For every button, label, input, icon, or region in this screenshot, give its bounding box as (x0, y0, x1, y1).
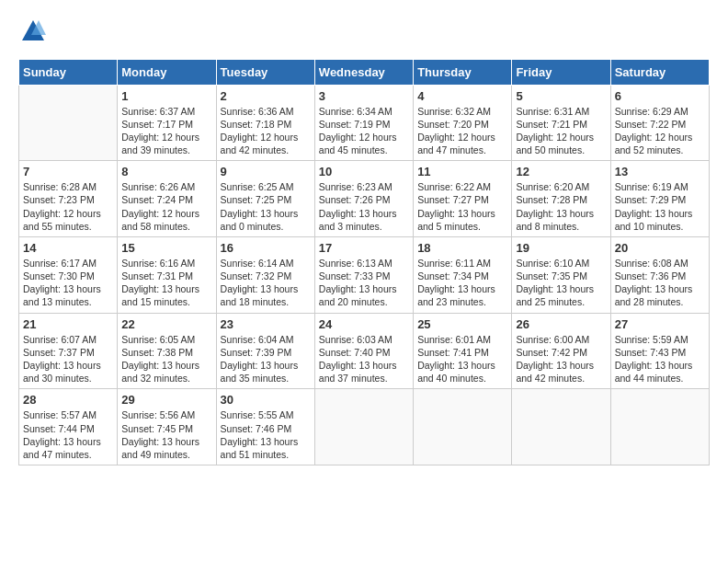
calendar-table: SundayMondayTuesdayWednesdayThursdayFrid… (18, 59, 710, 465)
day-info: Sunrise: 6:16 AMSunset: 7:31 PMDaylight:… (121, 257, 211, 309)
calendar-cell: 25Sunrise: 6:01 AMSunset: 7:41 PMDayligh… (414, 313, 512, 389)
calendar-week-row: 21Sunrise: 6:07 AMSunset: 7:37 PMDayligh… (19, 313, 710, 389)
weekday-header-sunday: Sunday (19, 59, 118, 85)
day-number: 7 (23, 165, 113, 178)
day-number: 16 (221, 241, 311, 255)
day-info: Sunrise: 6:07 AMSunset: 7:37 PMDaylight:… (23, 333, 113, 385)
day-number: 6 (615, 89, 705, 103)
weekday-header-friday: Friday (512, 59, 610, 85)
calendar-header-row: SundayMondayTuesdayWednesdayThursdayFrid… (19, 59, 710, 85)
day-number: 30 (221, 393, 311, 407)
day-number: 15 (121, 241, 211, 255)
day-info: Sunrise: 6:32 AMSunset: 7:20 PMDaylight:… (417, 105, 507, 157)
calendar-cell: 22Sunrise: 6:05 AMSunset: 7:38 PMDayligh… (118, 313, 216, 389)
calendar-cell: 5Sunrise: 6:31 AMSunset: 7:21 PMDaylight… (512, 85, 610, 161)
calendar-cell: 27Sunrise: 5:59 AMSunset: 7:43 PMDayligh… (610, 313, 709, 389)
day-number: 13 (615, 165, 705, 178)
day-info: Sunrise: 6:13 AMSunset: 7:33 PMDaylight:… (319, 257, 409, 309)
weekday-header-wednesday: Wednesday (314, 59, 413, 85)
calendar-week-row: 28Sunrise: 5:57 AMSunset: 7:44 PMDayligh… (19, 389, 710, 465)
calendar-cell: 23Sunrise: 6:04 AMSunset: 7:39 PMDayligh… (216, 313, 314, 389)
weekday-header-tuesday: Tuesday (216, 59, 314, 85)
day-number: 21 (23, 317, 113, 331)
day-number: 4 (417, 89, 507, 103)
calendar-week-row: 14Sunrise: 6:17 AMSunset: 7:30 PMDayligh… (19, 236, 710, 313)
calendar-cell (512, 389, 610, 465)
day-info: Sunrise: 6:26 AMSunset: 7:24 PMDaylight:… (121, 180, 211, 233)
day-number: 17 (319, 241, 409, 255)
weekday-header-thursday: Thursday (414, 59, 512, 85)
day-number: 25 (417, 317, 507, 331)
day-number: 24 (319, 317, 409, 331)
calendar-cell: 2Sunrise: 6:36 AMSunset: 7:18 PMDaylight… (216, 85, 314, 161)
day-info: Sunrise: 6:37 AMSunset: 7:17 PMDaylight:… (121, 105, 211, 157)
calendar-cell: 29Sunrise: 5:56 AMSunset: 7:45 PMDayligh… (118, 389, 216, 465)
day-info: Sunrise: 6:36 AMSunset: 7:18 PMDaylight:… (221, 105, 311, 157)
day-number: 27 (615, 317, 705, 331)
calendar-cell: 10Sunrise: 6:23 AMSunset: 7:26 PMDayligh… (314, 161, 413, 237)
day-number: 11 (417, 165, 507, 178)
day-number: 10 (319, 165, 409, 178)
day-number: 9 (221, 165, 311, 178)
day-info: Sunrise: 6:11 AMSunset: 7:34 PMDaylight:… (417, 257, 507, 309)
day-number: 14 (23, 241, 113, 255)
calendar-cell: 3Sunrise: 6:34 AMSunset: 7:19 PMDaylight… (314, 85, 413, 161)
page-header (18, 18, 710, 50)
calendar-cell: 7Sunrise: 6:28 AMSunset: 7:23 PMDaylight… (19, 161, 118, 237)
day-number: 22 (121, 317, 211, 331)
calendar-cell: 8Sunrise: 6:26 AMSunset: 7:24 PMDaylight… (118, 161, 216, 237)
calendar-cell: 21Sunrise: 6:07 AMSunset: 7:37 PMDayligh… (19, 313, 118, 389)
day-info: Sunrise: 6:31 AMSunset: 7:21 PMDaylight:… (516, 105, 606, 157)
day-info: Sunrise: 5:59 AMSunset: 7:43 PMDaylight:… (615, 333, 705, 385)
day-info: Sunrise: 6:08 AMSunset: 7:36 PMDaylight:… (615, 257, 705, 309)
day-info: Sunrise: 6:19 AMSunset: 7:29 PMDaylight:… (615, 180, 705, 233)
day-info: Sunrise: 6:05 AMSunset: 7:38 PMDaylight:… (121, 333, 211, 385)
calendar-cell: 20Sunrise: 6:08 AMSunset: 7:36 PMDayligh… (610, 236, 709, 313)
day-number: 8 (121, 165, 211, 178)
day-info: Sunrise: 5:57 AMSunset: 7:44 PMDaylight:… (23, 408, 113, 461)
day-info: Sunrise: 5:56 AMSunset: 7:45 PMDaylight:… (121, 408, 211, 461)
calendar-cell: 6Sunrise: 6:29 AMSunset: 7:22 PMDaylight… (610, 85, 709, 161)
day-number: 12 (516, 165, 606, 178)
day-info: Sunrise: 6:04 AMSunset: 7:39 PMDaylight:… (221, 333, 311, 385)
day-info: Sunrise: 6:23 AMSunset: 7:26 PMDaylight:… (319, 180, 409, 233)
day-info: Sunrise: 5:55 AMSunset: 7:46 PMDaylight:… (221, 408, 311, 461)
calendar-cell (314, 389, 413, 465)
calendar-cell: 14Sunrise: 6:17 AMSunset: 7:30 PMDayligh… (19, 236, 118, 313)
day-number: 29 (121, 393, 211, 407)
day-number: 23 (221, 317, 311, 331)
calendar-cell: 15Sunrise: 6:16 AMSunset: 7:31 PMDayligh… (118, 236, 216, 313)
calendar-cell (19, 85, 118, 161)
day-number: 5 (516, 89, 606, 103)
calendar-week-row: 1Sunrise: 6:37 AMSunset: 7:17 PMDaylight… (19, 85, 710, 161)
day-info: Sunrise: 6:34 AMSunset: 7:19 PMDaylight:… (319, 105, 409, 157)
calendar-cell: 4Sunrise: 6:32 AMSunset: 7:20 PMDaylight… (414, 85, 512, 161)
calendar-cell: 19Sunrise: 6:10 AMSunset: 7:35 PMDayligh… (512, 236, 610, 313)
day-number: 20 (615, 241, 705, 255)
day-info: Sunrise: 6:17 AMSunset: 7:30 PMDaylight:… (23, 257, 113, 309)
day-number: 1 (121, 89, 211, 103)
calendar-cell: 16Sunrise: 6:14 AMSunset: 7:32 PMDayligh… (216, 236, 314, 313)
calendar-cell: 18Sunrise: 6:11 AMSunset: 7:34 PMDayligh… (414, 236, 512, 313)
calendar-cell: 28Sunrise: 5:57 AMSunset: 7:44 PMDayligh… (19, 389, 118, 465)
calendar-cell: 26Sunrise: 6:00 AMSunset: 7:42 PMDayligh… (512, 313, 610, 389)
calendar-cell: 17Sunrise: 6:13 AMSunset: 7:33 PMDayligh… (314, 236, 413, 313)
day-info: Sunrise: 6:14 AMSunset: 7:32 PMDaylight:… (221, 257, 311, 309)
calendar-cell: 24Sunrise: 6:03 AMSunset: 7:40 PMDayligh… (314, 313, 413, 389)
calendar-week-row: 7Sunrise: 6:28 AMSunset: 7:23 PMDaylight… (19, 161, 710, 237)
day-number: 2 (221, 89, 311, 103)
day-number: 26 (516, 317, 606, 331)
calendar-cell: 1Sunrise: 6:37 AMSunset: 7:17 PMDaylight… (118, 85, 216, 161)
day-info: Sunrise: 6:25 AMSunset: 7:25 PMDaylight:… (221, 180, 311, 233)
day-number: 18 (417, 241, 507, 255)
calendar-cell: 11Sunrise: 6:22 AMSunset: 7:27 PMDayligh… (414, 161, 512, 237)
calendar-cell: 30Sunrise: 5:55 AMSunset: 7:46 PMDayligh… (216, 389, 314, 465)
calendar-cell (414, 389, 512, 465)
weekday-header-saturday: Saturday (610, 59, 709, 85)
day-number: 19 (516, 241, 606, 255)
logo (18, 18, 46, 50)
calendar-cell: 9Sunrise: 6:25 AMSunset: 7:25 PMDaylight… (216, 161, 314, 237)
day-info: Sunrise: 6:10 AMSunset: 7:35 PMDaylight:… (516, 257, 606, 309)
logo-icon (20, 18, 46, 44)
day-info: Sunrise: 6:00 AMSunset: 7:42 PMDaylight:… (516, 333, 606, 385)
